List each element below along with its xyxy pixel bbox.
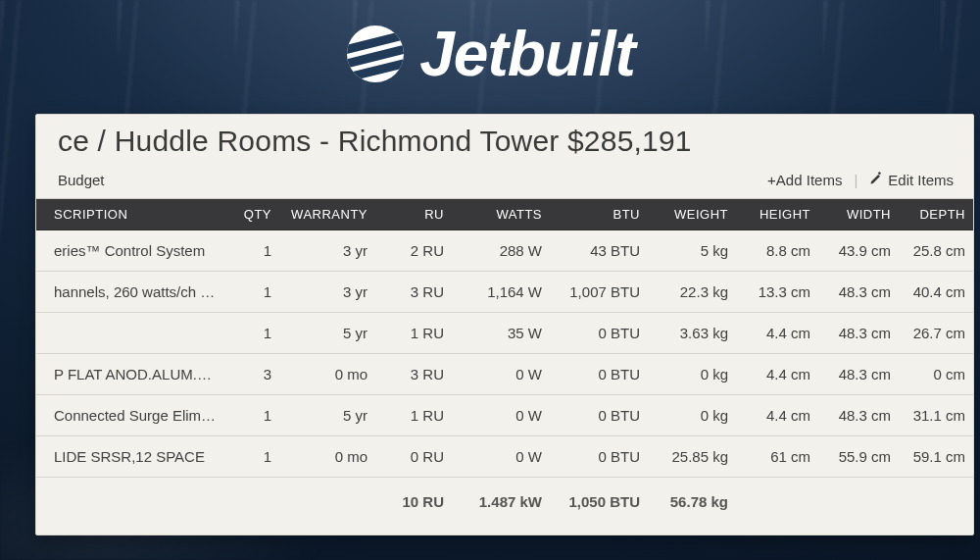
cell-height: 8.8 cm xyxy=(738,230,820,272)
cell-watts: 35 W xyxy=(454,313,552,354)
total-weight: 56.78 kg xyxy=(650,478,738,527)
cell-depth: 59.1 cm xyxy=(901,436,974,478)
cell-qty: 3 xyxy=(227,354,281,395)
col-weight[interactable]: WEIGHT xyxy=(650,199,738,230)
total-watts: 1.487 kW xyxy=(454,478,552,527)
col-depth[interactable]: DEPTH xyxy=(901,199,974,230)
cell-btu: 0 BTU xyxy=(552,395,650,436)
cell-description: hannels, 260 watts/ch at 8… xyxy=(36,272,227,313)
cell-width: 48.3 cm xyxy=(820,395,901,436)
cell-width: 55.9 cm xyxy=(820,436,901,478)
cell-ru: 1 RU xyxy=(377,313,454,354)
cell-watts: 0 W xyxy=(454,395,552,436)
panel-subbar: Budget +Add Items | Edit Items xyxy=(36,160,973,199)
budget-panel: ce / Huddle Rooms - Richmond Tower $285,… xyxy=(35,114,974,535)
cell-width: 48.3 cm xyxy=(820,313,901,354)
table-body: eries™ Control System13 yr2 RU288 W43 BT… xyxy=(36,230,974,527)
add-items-button[interactable]: +Add Items xyxy=(767,172,842,188)
panel-title-bar: ce / Huddle Rooms - Richmond Tower $285,… xyxy=(36,115,973,160)
cell-ru: 0 RU xyxy=(377,436,454,478)
col-height[interactable]: HEIGHT xyxy=(738,199,820,230)
cell-height: 4.4 cm xyxy=(738,313,820,354)
col-btu[interactable]: BTU xyxy=(552,199,650,230)
cell-watts: 1,164 W xyxy=(454,272,552,313)
cell-qty: 1 xyxy=(227,313,281,354)
cell-weight: 3.63 kg xyxy=(650,313,738,354)
cell-depth: 25.8 cm xyxy=(901,230,974,272)
total-btu: 1,050 BTU xyxy=(552,478,650,527)
cell-ru: 1 RU xyxy=(377,395,454,436)
cell-btu: 0 BTU xyxy=(552,354,650,395)
cell-warranty: 3 yr xyxy=(281,230,377,272)
cell-btu: 43 BTU xyxy=(552,230,650,272)
cell-description: Connected Surge Eliminato… xyxy=(36,395,227,436)
col-qty[interactable]: QTY xyxy=(227,199,281,230)
cell-weight: 5 kg xyxy=(650,230,738,272)
cell-btu: 0 BTU xyxy=(552,313,650,354)
cell-ru: 3 RU xyxy=(377,272,454,313)
brand-name: Jetbuilt xyxy=(419,18,635,90)
col-watts[interactable]: WATTS xyxy=(454,199,552,230)
cell-watts: 0 W xyxy=(454,436,552,478)
cell-warranty: 3 yr xyxy=(281,272,377,313)
cell-ru: 3 RU xyxy=(377,354,454,395)
brand-logo-icon xyxy=(345,24,406,84)
col-description[interactable]: SCRIPTION xyxy=(36,199,227,230)
table-row[interactable]: hannels, 260 watts/ch at 8…13 yr3 RU1,16… xyxy=(36,272,974,313)
cell-description: P FLAT ANOD.ALUM.BLANK xyxy=(36,354,227,395)
cell-description xyxy=(36,313,227,354)
cell-height: 61 cm xyxy=(738,436,820,478)
cell-depth: 0 cm xyxy=(901,354,974,395)
cell-weight: 22.3 kg xyxy=(650,272,738,313)
pencil-icon xyxy=(869,172,883,188)
add-items-label: +Add Items xyxy=(767,172,842,188)
cell-weight: 25.85 kg xyxy=(650,436,738,478)
cell-qty: 1 xyxy=(227,272,281,313)
brand: Jetbuilt xyxy=(0,18,980,90)
col-warranty[interactable]: WARRANTY xyxy=(281,199,377,230)
table-row[interactable]: eries™ Control System13 yr2 RU288 W43 BT… xyxy=(36,230,974,272)
cell-watts: 288 W xyxy=(454,230,552,272)
cell-weight: 0 kg xyxy=(650,354,738,395)
action-separator: | xyxy=(854,172,858,188)
cell-width: 43.9 cm xyxy=(820,230,901,272)
page-title: ce / Huddle Rooms - Richmond Tower $285,… xyxy=(58,125,956,158)
edit-items-button[interactable]: Edit Items xyxy=(869,172,954,188)
table-row[interactable]: LIDE SRSR,12 SPACE10 mo0 RU0 W0 BTU25.85… xyxy=(36,436,974,478)
cell-description: LIDE SRSR,12 SPACE xyxy=(36,436,227,478)
cell-qty: 1 xyxy=(227,395,281,436)
cell-btu: 1,007 BTU xyxy=(552,272,650,313)
tab-budget[interactable]: Budget xyxy=(58,172,105,188)
table-total-row: 10 RU 1.487 kW 1,050 BTU 56.78 kg xyxy=(36,478,974,527)
cell-height: 4.4 cm xyxy=(738,395,820,436)
cell-ru: 2 RU xyxy=(377,230,454,272)
col-ru[interactable]: RU xyxy=(377,199,454,230)
total-ru: 10 RU xyxy=(377,478,454,527)
cell-qty: 1 xyxy=(227,436,281,478)
cell-width: 48.3 cm xyxy=(820,272,901,313)
items-table: SCRIPTION QTY WARRANTY RU WATTS BTU WEIG… xyxy=(36,199,974,526)
cell-depth: 31.1 cm xyxy=(901,395,974,436)
cell-weight: 0 kg xyxy=(650,395,738,436)
cell-depth: 40.4 cm xyxy=(901,272,974,313)
cell-depth: 26.7 cm xyxy=(901,313,974,354)
cell-warranty: 5 yr xyxy=(281,313,377,354)
cell-height: 13.3 cm xyxy=(738,272,820,313)
cell-qty: 1 xyxy=(227,230,281,272)
cell-description: eries™ Control System xyxy=(36,230,227,272)
table-row[interactable]: P FLAT ANOD.ALUM.BLANK30 mo3 RU0 W0 BTU0… xyxy=(36,354,974,395)
cell-width: 48.3 cm xyxy=(820,354,901,395)
table-row[interactable]: 15 yr1 RU35 W0 BTU3.63 kg4.4 cm48.3 cm26… xyxy=(36,313,974,354)
cell-height: 4.4 cm xyxy=(738,354,820,395)
cell-warranty: 5 yr xyxy=(281,395,377,436)
cell-warranty: 0 mo xyxy=(281,354,377,395)
cell-watts: 0 W xyxy=(454,354,552,395)
table-row[interactable]: Connected Surge Eliminato…15 yr1 RU0 W0 … xyxy=(36,395,974,436)
col-width[interactable]: WIDTH xyxy=(820,199,901,230)
edit-items-label: Edit Items xyxy=(888,172,954,188)
table-header-row: SCRIPTION QTY WARRANTY RU WATTS BTU WEIG… xyxy=(36,199,974,230)
cell-btu: 0 BTU xyxy=(552,436,650,478)
cell-warranty: 0 mo xyxy=(281,436,377,478)
